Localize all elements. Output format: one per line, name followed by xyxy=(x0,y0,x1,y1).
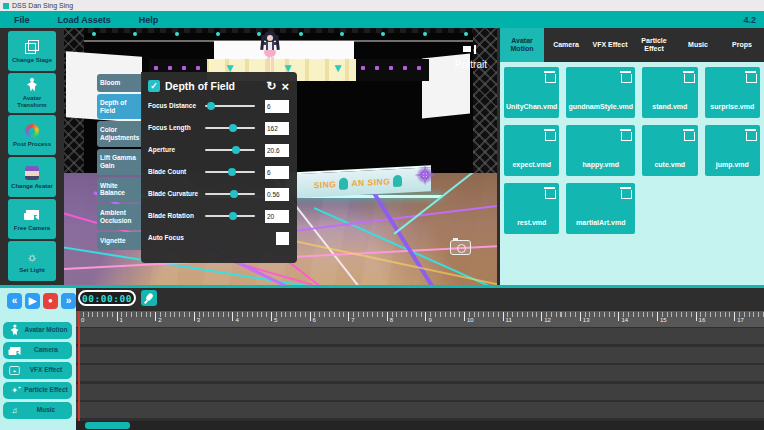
dof-tab-lift-gamma-gain[interactable]: Lift Gamma Gain xyxy=(97,149,141,175)
rewind-button[interactable]: « xyxy=(7,293,22,309)
dof-slider-row: Blade Count 6 xyxy=(148,161,289,183)
slider-thumb[interactable] xyxy=(230,190,238,198)
trash-icon[interactable] xyxy=(545,187,554,199)
motion-card[interactable]: gundnamStyle.vmd xyxy=(566,67,635,118)
tab-camera[interactable]: Camera xyxy=(544,28,588,62)
timeline-ruler[interactable]: 01234567891011121314151617 xyxy=(76,311,764,327)
slider-value-field[interactable]: 20.6 xyxy=(265,144,289,157)
track-label: Particle Effect xyxy=(24,387,68,394)
motion-card[interactable]: expect.vmd xyxy=(504,125,559,176)
tab-vfx-effect[interactable]: VFX Effect xyxy=(588,28,632,62)
portrait-toggle[interactable]: Portrait xyxy=(455,40,487,70)
trash-icon[interactable] xyxy=(545,129,554,141)
slider-value-field[interactable]: 162 xyxy=(265,122,289,135)
music-icon: ♫ xyxy=(12,407,18,415)
trash-icon[interactable] xyxy=(545,71,554,83)
dof-tab-white-balance[interactable]: White Balance xyxy=(97,177,141,203)
play-button[interactable]: ▶ xyxy=(25,293,40,309)
post-process-icon xyxy=(25,124,39,138)
dof-tab-bloom[interactable]: Bloom xyxy=(97,74,141,92)
dof-tab-color-adjustments[interactable]: Color Adjustments xyxy=(97,121,141,147)
track-button-particle-effect[interactable]: ✦ Particle Effect xyxy=(3,382,72,399)
slider-track[interactable] xyxy=(205,105,255,107)
motion-card[interactable]: UnityChan.vmd xyxy=(504,67,559,118)
slider-thumb[interactable] xyxy=(229,212,237,220)
camera-track-icon xyxy=(9,346,21,356)
dof-tab-ambient-occlusion[interactable]: Ambient Occlusion xyxy=(97,204,141,230)
slider-track[interactable] xyxy=(205,215,255,217)
slider-value-field[interactable]: 6 xyxy=(265,166,289,179)
tab-props[interactable]: Props xyxy=(720,28,764,62)
slider-track[interactable] xyxy=(205,193,255,195)
slider-value-field[interactable]: 6 xyxy=(265,100,289,113)
sidebar-item-change-avatar[interactable]: Change Avatar xyxy=(8,157,56,197)
timeline-track-row[interactable] xyxy=(76,384,764,400)
motion-card[interactable]: rest.vmd xyxy=(504,183,559,234)
motion-card-grid: UnityChan.vmd gundnamStyle.vmd stand.vmd… xyxy=(504,67,760,234)
timeline-scrollbar[interactable] xyxy=(76,421,764,430)
slider-thumb[interactable] xyxy=(228,168,236,176)
motion-card[interactable]: jump.vmd xyxy=(705,125,760,176)
trash-icon[interactable] xyxy=(621,129,630,141)
timeline-track-row[interactable] xyxy=(76,328,764,344)
motion-card[interactable]: martialArt.vmd xyxy=(566,183,635,234)
timeline-track-row[interactable] xyxy=(76,365,764,381)
motion-card-label: expect.vmd xyxy=(512,161,551,169)
slider-label: Blade Curvature xyxy=(148,190,205,197)
trash-icon[interactable] xyxy=(684,71,693,83)
sidebar-item-set-light[interactable]: ☼ Set Light xyxy=(8,241,56,281)
track-label: Avatar Motion xyxy=(24,327,68,334)
trash-icon[interactable] xyxy=(684,129,693,141)
slider-track[interactable] xyxy=(205,149,255,151)
motion-card[interactable]: stand.vmd xyxy=(642,67,697,118)
trash-icon[interactable] xyxy=(621,71,630,83)
tool-label: Change Stage xyxy=(12,57,52,64)
motion-card[interactable]: happy.vmd xyxy=(566,125,635,176)
slider-value-field[interactable]: 0.56 xyxy=(265,188,289,201)
record-button[interactable]: ● xyxy=(43,293,58,309)
auto-focus-checkbox[interactable] xyxy=(276,232,289,245)
slider-thumb[interactable] xyxy=(232,146,240,154)
scrollbar-thumb[interactable] xyxy=(85,422,130,429)
motion-card[interactable]: surprise.vmd xyxy=(705,67,760,118)
ruler-number: 12 xyxy=(541,317,551,323)
sidebar-item-post-process[interactable]: Post Process xyxy=(8,115,56,155)
dof-tab-vignette[interactable]: Vignette xyxy=(97,232,141,250)
track-button-camera[interactable]: Camera xyxy=(3,342,72,359)
slider-track[interactable] xyxy=(205,171,255,173)
track-button-vfx-effect[interactable]: ✦ VFX Effect xyxy=(3,362,72,379)
menu-item-load-assets[interactable]: Load Assets xyxy=(44,11,125,28)
track-button-avatar-motion[interactable]: Avatar Motion xyxy=(3,322,72,339)
sidebar-item-free-camera[interactable]: Free Camera xyxy=(8,199,56,239)
screenshot-camera-button[interactable] xyxy=(450,240,471,255)
playhead[interactable] xyxy=(78,311,80,421)
track-button-music[interactable]: ♫ Music xyxy=(3,402,72,419)
close-icon[interactable]: × xyxy=(281,80,289,93)
slider-label: Focus Distance xyxy=(148,102,205,109)
menu-item-file[interactable]: File xyxy=(0,11,44,28)
slider-track[interactable] xyxy=(205,127,255,129)
dof-tab-depth-of-field[interactable]: Depth of Field xyxy=(97,94,141,120)
mic-button[interactable] xyxy=(141,290,157,306)
reset-icon[interactable]: ↻ xyxy=(266,80,276,92)
led-arrow-icon: ▼ xyxy=(332,62,344,74)
trash-icon[interactable] xyxy=(746,71,755,83)
timeline-track-row[interactable] xyxy=(76,347,764,363)
trash-icon[interactable] xyxy=(621,187,630,199)
slider-value-field[interactable]: 20 xyxy=(265,210,289,223)
transport-controls: «▶●» xyxy=(0,288,76,309)
trash-icon[interactable] xyxy=(746,129,755,141)
slider-thumb[interactable] xyxy=(229,124,237,132)
tab-particle-effect[interactable]: Particle Effect xyxy=(632,28,676,62)
tab-music[interactable]: Music xyxy=(676,28,720,62)
tab-avatar-motion[interactable]: Avatar Motion xyxy=(500,28,544,62)
menu-item-help[interactable]: Help xyxy=(125,11,173,28)
motion-card[interactable]: cute.vmd xyxy=(642,125,697,176)
timeline-track-row[interactable] xyxy=(76,402,764,418)
slider-thumb[interactable] xyxy=(207,102,215,110)
sidebar-item-avatar-transform[interactable]: Avatar Transform xyxy=(8,73,56,113)
ruler-number: 14 xyxy=(618,317,628,323)
sidebar-item-change-stage[interactable]: Change Stage xyxy=(8,31,56,71)
forward-button[interactable]: » xyxy=(61,293,76,309)
dof-enabled-checkbox[interactable]: ✓ xyxy=(148,80,160,92)
